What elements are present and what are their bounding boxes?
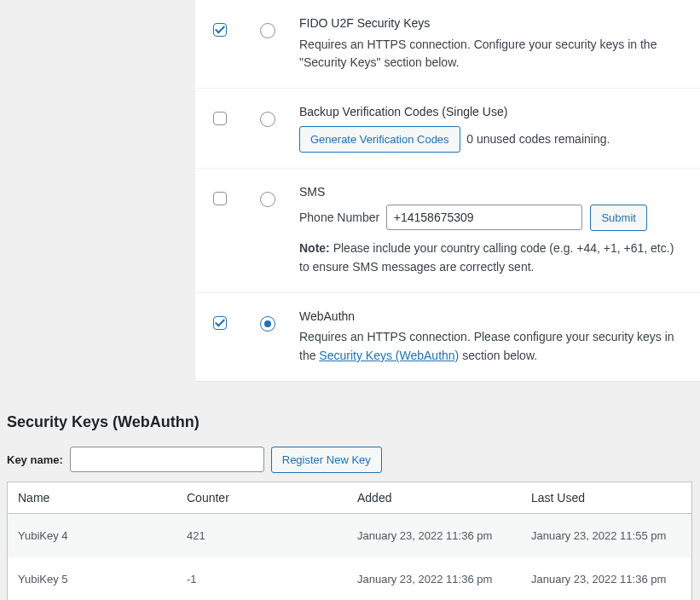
col-header-added: Added (349, 482, 523, 514)
primary-fido-radio[interactable] (260, 23, 275, 38)
method-row-fido: FIDO U2F Security Keys Requires an HTTPS… (195, 0, 700, 88)
submit-phone-button[interactable]: Submit (590, 205, 646, 232)
primary-backup-radio[interactable] (260, 112, 275, 127)
enable-backup-checkbox[interactable] (213, 112, 227, 125)
col-header-name: Name (8, 482, 178, 514)
two-factor-methods-table: FIDO U2F Security Keys Requires an HTTPS… (195, 0, 700, 381)
primary-webauthn-radio[interactable] (260, 316, 275, 332)
codes-remaining-text: 0 unused codes remaining. (466, 132, 610, 146)
key-counter-cell: 421 (178, 514, 349, 557)
method-description: Requires an HTTPS connection. Please con… (299, 328, 683, 365)
method-row-backup: Backup Verification Codes (Single Use) G… (195, 88, 700, 168)
phone-number-input[interactable] (386, 205, 582, 230)
method-title: Backup Verification Codes (Single Use) (299, 104, 683, 121)
key-name-cell: YubiKey 4 (8, 514, 178, 557)
phone-number-label: Phone Number (299, 211, 379, 224)
enable-webauthn-checkbox[interactable] (213, 316, 227, 330)
key-last-used-cell: January 23, 2022 11:36 pm (523, 557, 691, 600)
table-row: YubiKey 4 421 January 23, 2022 11:36 pm … (8, 514, 691, 557)
security-keys-link[interactable]: Security Keys (WebAuthn) (319, 349, 459, 362)
sms-note: Note: Please include your country callin… (299, 239, 683, 276)
key-added-cell: January 23, 2022 11:36 pm (349, 514, 523, 557)
key-name-label: Key name: (7, 453, 63, 466)
register-key-button[interactable]: Register New Key (271, 447, 382, 474)
table-row: YubiKey 5 -1 January 23, 2022 11:36 pm J… (8, 557, 691, 600)
method-row-webauthn: WebAuthn Requires an HTTPS connection. P… (195, 292, 700, 380)
key-name-input[interactable] (70, 447, 264, 472)
method-title: WebAuthn (299, 309, 683, 326)
key-added-cell: January 23, 2022 11:36 pm (349, 557, 523, 600)
method-description: Requires an HTTPS connection. Configure … (299, 36, 683, 72)
col-header-last-used: Last Used (523, 482, 691, 514)
key-counter-cell: -1 (178, 557, 349, 600)
security-keys-table: Name Counter Added Last Used YubiKey 4 4… (7, 482, 692, 600)
key-last-used-cell: January 23, 2022 11:55 pm (523, 514, 691, 557)
method-row-sms: SMS Phone Number Submit Note: Please inc… (195, 169, 700, 292)
enable-fido-checkbox[interactable] (213, 23, 227, 37)
security-keys-heading: Security Keys (WebAuthn) (7, 413, 700, 431)
key-name-cell: YubiKey 5 (8, 557, 178, 600)
method-title: SMS (299, 184, 683, 201)
primary-sms-radio[interactable] (260, 192, 275, 207)
enable-sms-checkbox[interactable] (213, 192, 227, 205)
generate-codes-button[interactable]: Generate Verification Codes (299, 126, 460, 153)
col-header-counter: Counter (178, 482, 349, 514)
method-title: FIDO U2F Security Keys (299, 15, 683, 32)
